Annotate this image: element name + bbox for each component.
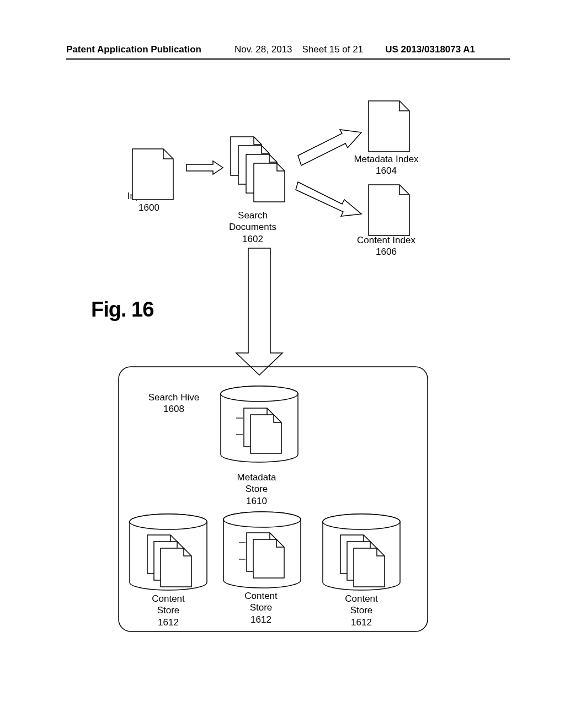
publication-date: Nov. 28, 2013 [234,44,292,55]
content-index-icon [369,185,409,235]
label-content-store-3: ContentStore1612 [331,593,392,628]
content-store-2-cylinder [223,512,301,588]
publication-number: US 2013/0318073 A1 [385,44,475,55]
arrow-down-to-hive [236,248,282,375]
arrow-to-content-index [296,182,361,216]
search-documents-icon [231,137,285,202]
label-content-index: Content Index1606 [345,234,428,258]
label-metadata-store: MetadataStore1610 [226,472,287,507]
figure-label: Fig. 16 [91,298,153,322]
content-store-1-cylinder [130,514,207,590]
metadata-index-icon [369,101,409,152]
content-store-3-cylinder [323,514,400,590]
label-input-data: Input Data1600 [116,190,182,214]
arrow-input-to-search [186,161,223,174]
metadata-store-cylinder [221,386,298,462]
label-content-store-1: ContentStore1612 [138,593,199,628]
page-header: Patent Application Publication Nov. 28, … [66,44,510,60]
label-search-hive: Search Hive1608 [138,392,210,415]
label-content-store-2: ContentStore1612 [231,590,291,625]
sheet-number: Sheet 15 of 21 [302,44,364,55]
label-search-documents: SearchDocuments1602 [220,210,286,245]
label-metadata-index: Metadata Index1604 [345,153,428,177]
publication-type: Patent Application Publication [66,44,201,55]
